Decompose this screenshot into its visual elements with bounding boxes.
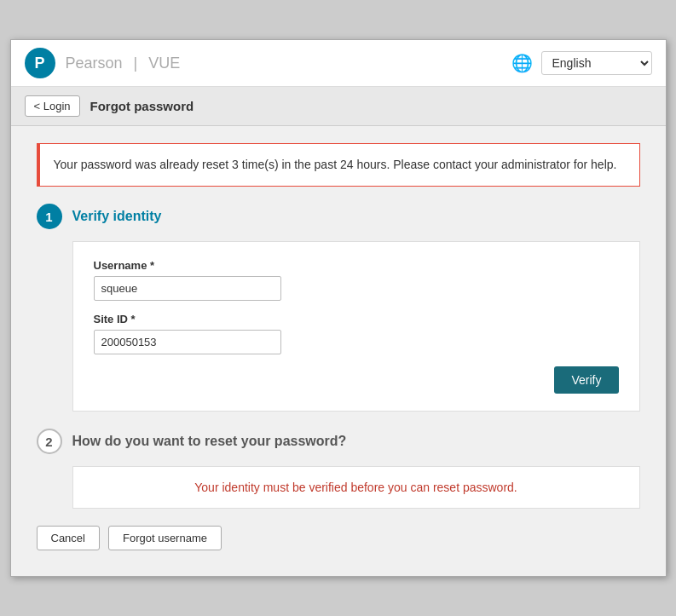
header: P Pearson | VUE 🌐 English Spanish French…	[11, 40, 666, 87]
alert-message: Your password was already reset 3 time(s…	[54, 158, 617, 171]
bottom-buttons: Cancel Forgot username	[37, 526, 640, 550]
step2-header: 2 How do you want to reset your password…	[37, 429, 640, 454]
brand-name: Pearson	[66, 55, 123, 72]
step2-title: How do you want to reset your password?	[72, 434, 347, 449]
navbar: < Login Forgot password	[11, 87, 666, 126]
step2-section: 2 How do you want to reset your password…	[37, 429, 640, 509]
siteid-label: Site ID *	[94, 313, 619, 325]
form-actions: Verify	[94, 366, 619, 394]
header-left: P Pearson | VUE	[25, 48, 184, 78]
step1-badge: 1	[37, 204, 62, 229]
language-selector[interactable]: English Spanish French German	[541, 51, 652, 75]
page-title: Forgot password	[90, 99, 194, 113]
alert-box: Your password was already reset 3 time(s…	[37, 143, 640, 187]
cancel-button[interactable]: Cancel	[37, 526, 100, 550]
identity-message-card: Your identity must be verified before yo…	[72, 466, 640, 509]
globe-icon: 🌐	[511, 53, 533, 73]
logo-letter: P	[34, 55, 44, 72]
step1-title: Verify identity	[72, 209, 162, 224]
forgot-username-button[interactable]: Forgot username	[108, 526, 222, 550]
step1-header: 1 Verify identity	[37, 204, 640, 229]
step1-section: 1 Verify identity Username * Site ID * V…	[37, 204, 640, 412]
brand-separator: |	[134, 55, 138, 72]
header-brand: Pearson | VUE	[62, 55, 184, 72]
siteid-input[interactable]	[94, 330, 281, 354]
main-content: Your password was already reset 3 time(s…	[11, 126, 666, 576]
verify-button[interactable]: Verify	[554, 366, 618, 394]
username-label: Username *	[94, 259, 619, 272]
step2-badge: 2	[37, 429, 62, 454]
identity-message: Your identity must be verified before yo…	[194, 481, 517, 494]
back-to-login-button[interactable]: < Login	[25, 95, 80, 117]
product-name: VUE	[148, 55, 180, 72]
main-window: P Pearson | VUE 🌐 English Spanish French…	[10, 39, 667, 577]
username-field-group: Username *	[94, 259, 619, 301]
step1-form-card: Username * Site ID * Verify	[72, 241, 640, 412]
header-right: 🌐 English Spanish French German	[511, 51, 652, 75]
username-input[interactable]	[94, 276, 281, 301]
pearson-logo: P	[25, 48, 55, 78]
siteid-field-group: Site ID *	[94, 313, 619, 354]
